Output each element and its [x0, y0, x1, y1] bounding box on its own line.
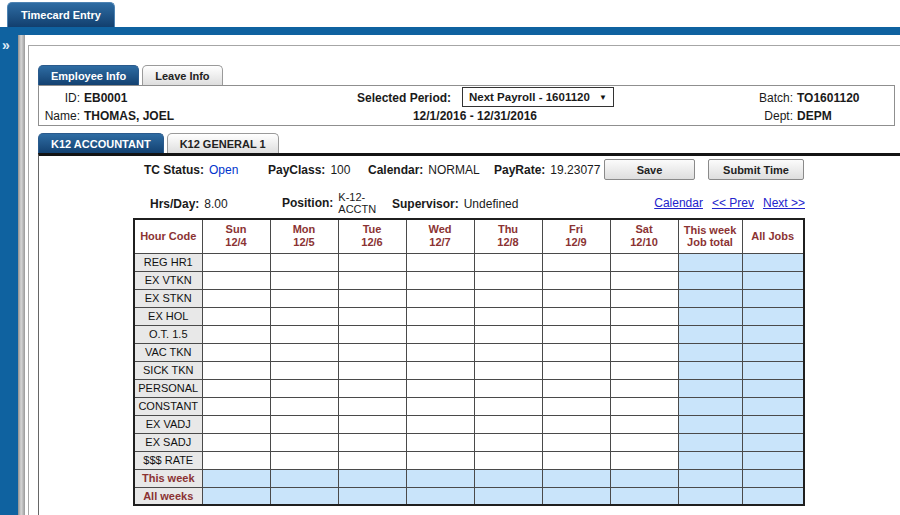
- time-entry-cell[interactable]: [202, 289, 270, 307]
- time-entry-cell[interactable]: [474, 343, 542, 361]
- time-entry-cell[interactable]: [406, 379, 474, 397]
- time-entry-cell[interactable]: [474, 397, 542, 415]
- time-entry-cell[interactable]: [542, 451, 610, 469]
- time-entry-cell[interactable]: [338, 325, 406, 343]
- time-entry-cell[interactable]: [338, 289, 406, 307]
- time-entry-cell[interactable]: [542, 253, 610, 271]
- summary-total-cell: [610, 469, 678, 487]
- time-entry-cell[interactable]: [542, 379, 610, 397]
- time-entry-cell[interactable]: [202, 433, 270, 451]
- time-entry-cell[interactable]: [406, 397, 474, 415]
- time-entry-cell[interactable]: [202, 415, 270, 433]
- submit-time-button[interactable]: Submit Time: [708, 159, 804, 180]
- save-button[interactable]: Save: [604, 159, 695, 180]
- time-entry-cell[interactable]: [610, 451, 678, 469]
- time-entry-cell[interactable]: [542, 397, 610, 415]
- time-entry-cell[interactable]: [474, 271, 542, 289]
- time-entry-cell[interactable]: [610, 415, 678, 433]
- time-entry-cell[interactable]: [474, 415, 542, 433]
- time-entry-cell[interactable]: [202, 307, 270, 325]
- time-entry-cell[interactable]: [542, 433, 610, 451]
- time-entry-cell[interactable]: [610, 325, 678, 343]
- time-entry-cell[interactable]: [406, 451, 474, 469]
- time-entry-cell[interactable]: [610, 271, 678, 289]
- tab-k12-general-1[interactable]: K12 GENERAL 1: [167, 133, 279, 154]
- time-entry-cell[interactable]: [542, 289, 610, 307]
- time-entry-cell[interactable]: [338, 379, 406, 397]
- tab-timecard-entry[interactable]: Timecard Entry: [7, 2, 115, 27]
- time-entry-cell[interactable]: [338, 307, 406, 325]
- time-entry-cell[interactable]: [542, 307, 610, 325]
- time-entry-cell[interactable]: [610, 379, 678, 397]
- time-entry-cell[interactable]: [542, 325, 610, 343]
- time-entry-cell[interactable]: [338, 451, 406, 469]
- time-entry-cell[interactable]: [610, 343, 678, 361]
- time-entry-cell[interactable]: [406, 361, 474, 379]
- time-entry-cell[interactable]: [270, 271, 338, 289]
- tab-k12-accountant[interactable]: K12 ACCOUNTANT: [38, 133, 164, 154]
- time-entry-cell[interactable]: [202, 397, 270, 415]
- time-entry-cell[interactable]: [474, 361, 542, 379]
- time-entry-cell[interactable]: [474, 433, 542, 451]
- time-entry-cell[interactable]: [270, 325, 338, 343]
- time-entry-cell[interactable]: [610, 307, 678, 325]
- time-entry-cell[interactable]: [406, 415, 474, 433]
- time-entry-cell[interactable]: [202, 325, 270, 343]
- time-entry-cell[interactable]: [202, 271, 270, 289]
- time-entry-cell[interactable]: [406, 289, 474, 307]
- time-entry-cell[interactable]: [338, 415, 406, 433]
- calendar-link[interactable]: Calendar: [654, 196, 703, 210]
- time-entry-cell[interactable]: [338, 253, 406, 271]
- time-entry-cell[interactable]: [474, 451, 542, 469]
- time-entry-cell[interactable]: [270, 433, 338, 451]
- time-entry-cell[interactable]: [474, 325, 542, 343]
- prev-week-link[interactable]: << Prev: [712, 196, 754, 210]
- time-entry-cell[interactable]: [542, 415, 610, 433]
- time-entry-cell[interactable]: [338, 361, 406, 379]
- time-entry-cell[interactable]: [270, 343, 338, 361]
- time-entry-cell[interactable]: [270, 379, 338, 397]
- time-entry-cell[interactable]: [338, 397, 406, 415]
- job-tab-row: K12 ACCOUNTANT K12 GENERAL 1: [38, 132, 279, 154]
- period-select[interactable]: Next Payroll - 1601120 ▼: [462, 87, 614, 107]
- time-entry-cell[interactable]: [202, 451, 270, 469]
- time-entry-cell[interactable]: [474, 379, 542, 397]
- time-entry-cell[interactable]: [338, 433, 406, 451]
- time-entry-cell[interactable]: [270, 253, 338, 271]
- time-entry-cell[interactable]: [610, 397, 678, 415]
- time-entry-cell[interactable]: [270, 307, 338, 325]
- time-entry-cell[interactable]: [542, 271, 610, 289]
- time-entry-cell[interactable]: [338, 271, 406, 289]
- time-entry-cell[interactable]: [202, 253, 270, 271]
- time-entry-cell[interactable]: [406, 271, 474, 289]
- next-week-link[interactable]: Next >>: [763, 196, 805, 210]
- expand-sidebar-icon[interactable]: »: [2, 37, 10, 53]
- time-entry-cell[interactable]: [270, 361, 338, 379]
- time-entry-cell[interactable]: [270, 451, 338, 469]
- time-entry-cell[interactable]: [610, 433, 678, 451]
- time-entry-cell[interactable]: [270, 289, 338, 307]
- time-entry-cell[interactable]: [474, 289, 542, 307]
- tab-leave-info[interactable]: Leave Info: [142, 65, 222, 86]
- day-header: Mon12/5: [270, 219, 338, 253]
- time-entry-cell[interactable]: [542, 343, 610, 361]
- time-entry-cell[interactable]: [202, 379, 270, 397]
- time-entry-cell[interactable]: [338, 343, 406, 361]
- time-entry-cell[interactable]: [474, 253, 542, 271]
- time-entry-cell[interactable]: [406, 343, 474, 361]
- summary-total-cell: [338, 487, 406, 505]
- time-entry-cell[interactable]: [542, 361, 610, 379]
- time-entry-cell[interactable]: [610, 289, 678, 307]
- time-entry-cell[interactable]: [202, 361, 270, 379]
- tab-employee-info[interactable]: Employee Info: [38, 65, 139, 86]
- time-entry-cell[interactable]: [610, 361, 678, 379]
- time-entry-cell[interactable]: [406, 325, 474, 343]
- time-entry-cell[interactable]: [474, 307, 542, 325]
- time-entry-cell[interactable]: [270, 415, 338, 433]
- time-entry-cell[interactable]: [202, 343, 270, 361]
- time-entry-cell[interactable]: [610, 253, 678, 271]
- time-entry-cell[interactable]: [406, 433, 474, 451]
- time-entry-cell[interactable]: [406, 307, 474, 325]
- time-entry-cell[interactable]: [406, 253, 474, 271]
- time-entry-cell[interactable]: [270, 397, 338, 415]
